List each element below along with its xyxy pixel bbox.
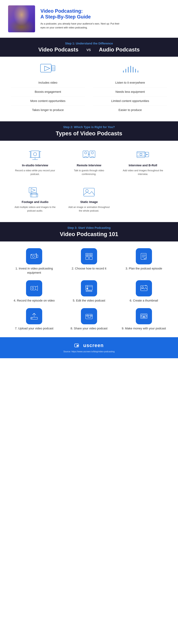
svg-rect-64 [31,286,36,290]
audio-feature-1: Listen to it everywhere [93,78,167,88]
comparison-section: Includes video Boosts engagement More co… [0,57,178,121]
svg-marker-1 [45,66,50,71]
svg-point-23 [85,152,87,154]
video-icon [40,64,56,74]
step-9-icon: $$ [136,308,152,324]
svg-point-25 [91,152,93,154]
hero-title: Video Podcasting:A Step-By-Step Guide [41,8,170,20]
svg-point-48 [31,254,32,255]
step-7-label: 7. Upload your video podcast [15,326,53,330]
audio-feature-4: Easier to produce [93,106,167,114]
step-2-label: 2. Choose how to record it [72,266,106,271]
svg-marker-36 [31,188,35,192]
step2-title: Types of Video Podcasts [3,130,175,137]
static-desc: Add an image or animation throughout the… [67,205,111,213]
svg-marker-65 [36,286,38,290]
step-9-label: 9. Make money with your podcast [122,326,166,330]
svg-point-40 [36,194,37,194]
vs-text: vs [86,47,91,52]
svg-rect-13 [31,151,39,158]
footage-desc: Add multiple videos and images to the po… [14,205,57,213]
audio-column: Listen to it everywhere Needs less equip… [93,64,167,114]
video-feature-1: Includes video [11,78,85,88]
step-6-label: 6. Create a thumbnail [130,298,158,303]
broll-desc: Add video and images throughout the inte… [121,169,164,176]
step-6-icon [136,280,152,296]
step-5-label: 5. Edit the video podcast [73,298,105,303]
brand-name: uscreen [83,342,104,348]
step-6-card: 6. Create a thumbnail [120,280,167,303]
static-title: Static Image [67,200,111,204]
svg-rect-70 [86,291,92,292]
hero-section: Video Podcasting:A Step-By-Step Guide As… [0,0,178,38]
footer-source: Source: https://www.uscreen.tv/blog/vide… [8,350,170,353]
step3-label: Step 3: Start Video Podcasting [3,226,175,230]
static-icon [82,187,96,198]
type-remote: Remote Interview Talk to guests through … [65,148,113,179]
broll-title: Interview and B-Roll [121,164,164,167]
svg-point-44 [86,190,88,192]
in-studio-title: In-studio Interview [14,164,57,167]
step-2-card: 2. Choose how to record it [66,248,112,275]
svg-rect-47 [37,255,38,258]
svg-rect-29 [137,152,145,158]
steps-section: $ 1. Invest in video podcasting equipmen… [0,242,178,337]
video-feature-3: More content opportunities [11,96,85,106]
step-8-icon [81,308,97,324]
footage-title: Footage and Audio [14,200,57,204]
step3-header: Step 3: Start Video Podcasting Video Pod… [0,222,178,242]
svg-point-42 [36,196,37,196]
svg-rect-43 [84,188,94,196]
type-in-studio: In-studio Interview Record a video while… [11,148,59,179]
step-2-icon [81,248,97,264]
step-8-label: 8. Share your video podcast [71,326,107,330]
hero-image [8,6,35,32]
svg-rect-2 [52,66,55,71]
step-4-label: 4. Record the episode on video [14,298,55,303]
svg-text:$: $ [36,253,37,255]
step-3-card: 3. Plan the podcast episode [120,248,167,275]
step3-title: Video Podcasting 101 [3,231,175,238]
steps-grid: $ 1. Invest in video podcasting equipmen… [11,248,167,330]
type-footage: Footage and Audio Add multiple videos an… [11,184,59,215]
svg-point-66 [32,287,34,289]
broll-icon [136,150,150,161]
step-4-card: 4. Record the episode on video [11,280,58,303]
audio-feature-3: Limited content opportunities [93,96,167,106]
types-top-grid: In-studio Interview Record a video while… [11,148,167,179]
type-static: Static Image Add an image or animation t… [65,184,113,215]
uscreen-logo [74,343,81,348]
step1-header: Step 1: Understand the Difference Video … [0,38,178,57]
step-1-label: 1. Invest in video podcasting equipment [11,266,58,275]
video-podcasts-heading: Video Podcasts [38,46,78,53]
in-studio-icon [28,150,42,161]
video-feature-4: Takes longer to produce [11,106,85,114]
step-1-card: $ 1. Invest in video podcasting equipmen… [11,248,58,275]
svg-point-41 [31,196,32,196]
svg-point-82 [87,315,89,317]
svg-point-14 [34,152,37,156]
svg-rect-77 [31,317,38,319]
step2-header: Step 2: Which Type is Right for You? Typ… [0,121,178,141]
svg-point-30 [140,154,142,156]
remote-icon [82,150,96,161]
step-5-icon [81,280,97,296]
step-3-icon [136,248,152,264]
types-bottom-grid: Footage and Audio Add multiple videos an… [11,184,167,215]
hero-text: Video Podcasting:A Step-By-Step Guide As… [41,8,170,30]
step-8-card: 8. Share your video podcast [66,308,112,330]
svg-rect-60 [141,253,146,260]
remote-desc: Talk to guests through video conferencin… [67,169,111,176]
svg-rect-53 [89,257,92,260]
step-9-card: $$ 9. Make money with your podcast [120,308,167,330]
remote-title: Remote Interview [67,164,111,167]
hero-description: As a podcaster, you already have your au… [41,22,121,30]
video-column: Includes video Boosts engagement More co… [11,64,85,114]
comparison-grid: Includes video Boosts engagement More co… [11,64,167,114]
svg-rect-81 [86,314,92,319]
step-5-card: 5. Edit the video podcast [66,280,112,303]
audio-podcasts-heading: Audio Podcasts [99,46,139,53]
svg-text:$$: $$ [143,316,145,318]
types-section: In-studio Interview Record a video while… [0,141,178,222]
svg-rect-52 [86,257,89,260]
